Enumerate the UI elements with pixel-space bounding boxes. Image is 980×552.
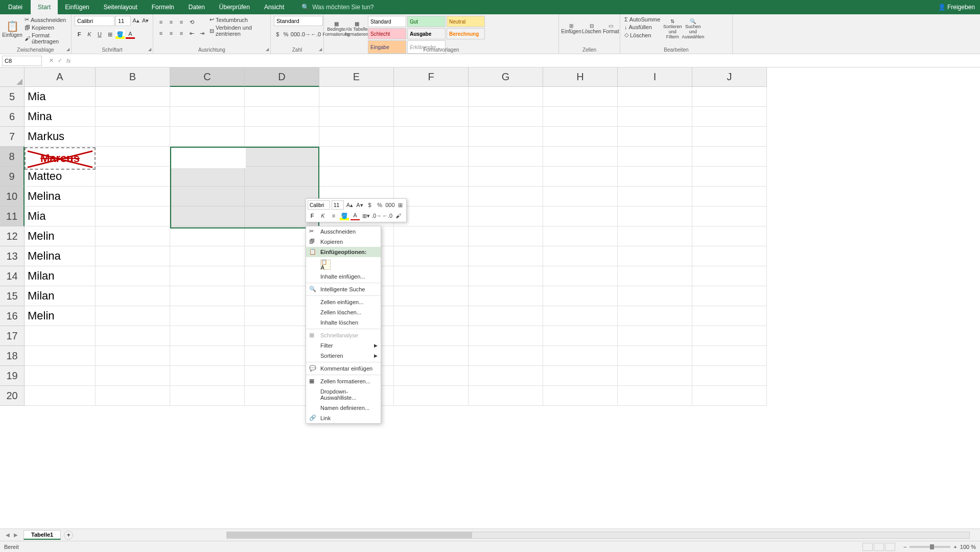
mini-increase-font[interactable]: A▴ xyxy=(345,200,354,210)
cell-I7[interactable] xyxy=(618,127,692,147)
fill-color-button[interactable]: 🪣 xyxy=(115,30,125,39)
cell-G7[interactable] xyxy=(469,127,543,147)
tab-layout[interactable]: Seitenlayout xyxy=(97,0,145,14)
menu-copy[interactable]: 🗐Kopieren xyxy=(306,237,381,247)
cell-H13[interactable] xyxy=(543,246,618,266)
cell-H16[interactable] xyxy=(543,306,618,326)
col-header-G[interactable]: G xyxy=(469,67,543,87)
cell-J8[interactable] xyxy=(692,147,767,167)
align-middle-button[interactable]: ≡ xyxy=(167,17,176,27)
insert-cells-button[interactable]: ⊞Einfügen xyxy=(562,16,580,41)
cell-B5[interactable] xyxy=(96,87,170,107)
menu-filter[interactable]: Filter▶ xyxy=(306,340,381,351)
paste-button[interactable]: 📋 Einfügen xyxy=(3,16,21,41)
cell-A17[interactable] xyxy=(25,326,96,346)
font-name-input[interactable] xyxy=(75,16,114,26)
select-all-corner[interactable] xyxy=(0,67,25,87)
menu-define-name[interactable]: Namen definieren... xyxy=(306,403,381,413)
cell-F8[interactable] xyxy=(394,147,469,167)
cancel-formula-button[interactable]: ✕ xyxy=(49,57,54,64)
merge-center-button[interactable]: ⊟Verbinden und zentrieren xyxy=(208,24,267,37)
col-header-B[interactable]: B xyxy=(96,67,170,87)
cell-G19[interactable] xyxy=(469,366,543,386)
percent-button[interactable]: % xyxy=(283,30,290,39)
number-launcher[interactable]: ◢ xyxy=(319,47,322,52)
row-header-8[interactable]: 8 xyxy=(0,147,25,167)
cell-E8[interactable] xyxy=(319,147,394,167)
sheet-nav-prev[interactable]: ◀ xyxy=(4,532,11,539)
align-left-button[interactable]: ≡ xyxy=(156,29,166,38)
cell-F5[interactable] xyxy=(394,87,469,107)
row-header-5[interactable]: 5 xyxy=(0,87,25,107)
mini-increase-decimal[interactable]: .0→ xyxy=(372,211,381,220)
zoom-slider[interactable] xyxy=(909,546,950,548)
cell-C6[interactable] xyxy=(170,107,245,127)
row-header-15[interactable]: 15 xyxy=(0,286,25,306)
cell-D6[interactable] xyxy=(245,107,319,127)
cell-I16[interactable] xyxy=(618,306,692,326)
cell-H5[interactable] xyxy=(543,87,618,107)
menu-paste-options[interactable]: 📋Einfügeoptionen: xyxy=(306,247,381,257)
copy-button[interactable]: 🗐Kopieren xyxy=(24,24,68,31)
mini-decrease-decimal[interactable]: ←.0 xyxy=(383,211,392,220)
cell-J18[interactable] xyxy=(692,346,767,366)
cell-E5[interactable] xyxy=(319,87,394,107)
cell-F15[interactable] xyxy=(394,286,469,306)
zoom-out-button[interactable]: − xyxy=(903,544,906,550)
cell-B10[interactable] xyxy=(96,187,170,206)
cell-C17[interactable] xyxy=(170,326,245,346)
menu-sort[interactable]: Sortieren▶ xyxy=(306,351,381,361)
tab-file[interactable]: Datei xyxy=(0,0,31,14)
mini-border2[interactable]: ⊞▾ xyxy=(361,211,370,220)
cell-B6[interactable] xyxy=(96,107,170,127)
col-header-A[interactable]: A xyxy=(25,67,96,87)
border-button[interactable]: ⊞ xyxy=(105,30,114,39)
cell-B20[interactable] xyxy=(96,386,170,406)
style-standard[interactable]: Standard xyxy=(368,16,406,27)
cell-I10[interactable] xyxy=(618,187,692,206)
cell-C14[interactable] xyxy=(170,266,245,286)
row-header-18[interactable]: 18 xyxy=(0,346,25,366)
mini-thousands[interactable]: 000 xyxy=(385,200,394,210)
style-gut[interactable]: Gut xyxy=(407,16,446,27)
cell-F9[interactable] xyxy=(394,167,469,187)
cell-I18[interactable] xyxy=(618,346,692,366)
cell-B8[interactable] xyxy=(96,147,170,167)
cell-J12[interactable] xyxy=(692,226,767,246)
cell-A20[interactable] xyxy=(25,386,96,406)
font-launcher[interactable]: ◢ xyxy=(148,47,151,52)
cell-H6[interactable] xyxy=(543,107,618,127)
cell-J10[interactable] xyxy=(692,187,767,206)
cell-B7[interactable] xyxy=(96,127,170,147)
tab-data[interactable]: Daten xyxy=(181,0,212,14)
cell-E7[interactable] xyxy=(319,127,394,147)
col-header-I[interactable]: I xyxy=(618,67,692,87)
cell-C7[interactable] xyxy=(170,127,245,147)
style-neutral[interactable]: Neutral xyxy=(447,16,485,27)
cell-J6[interactable] xyxy=(692,107,767,127)
decrease-indent-button[interactable]: ⇤ xyxy=(187,29,196,38)
menu-delete-cells[interactable]: Zellen löschen... xyxy=(306,307,381,317)
cell-I15[interactable] xyxy=(618,286,692,306)
share-button[interactable]: 👤 Freigeben xyxy=(938,4,975,11)
cell-H19[interactable] xyxy=(543,366,618,386)
cell-A15[interactable]: Milan xyxy=(25,286,96,306)
cell-I13[interactable] xyxy=(618,246,692,266)
cell-F7[interactable] xyxy=(394,127,469,147)
style-schlecht[interactable]: Schlecht xyxy=(368,28,406,39)
format-cells-button[interactable]: ▭Format xyxy=(603,16,619,41)
cell-B15[interactable] xyxy=(96,286,170,306)
align-right-button[interactable]: ≡ xyxy=(177,29,186,38)
cell-C16[interactable] xyxy=(170,306,245,326)
cell-D5[interactable] xyxy=(245,87,319,107)
cell-J15[interactable] xyxy=(692,286,767,306)
cell-A19[interactable] xyxy=(25,366,96,386)
sheet-nav-next[interactable]: ▶ xyxy=(12,532,19,539)
clipboard-launcher[interactable]: ◢ xyxy=(66,47,69,52)
menu-cut[interactable]: ✂Ausschneiden xyxy=(306,226,381,237)
mini-decrease-font[interactable]: A▾ xyxy=(356,200,364,210)
cell-F6[interactable] xyxy=(394,107,469,127)
cell-J17[interactable] xyxy=(692,326,767,346)
conditional-formatting-button[interactable]: ▦Bedingte Formatierung xyxy=(327,16,345,41)
cell-J14[interactable] xyxy=(692,266,767,286)
